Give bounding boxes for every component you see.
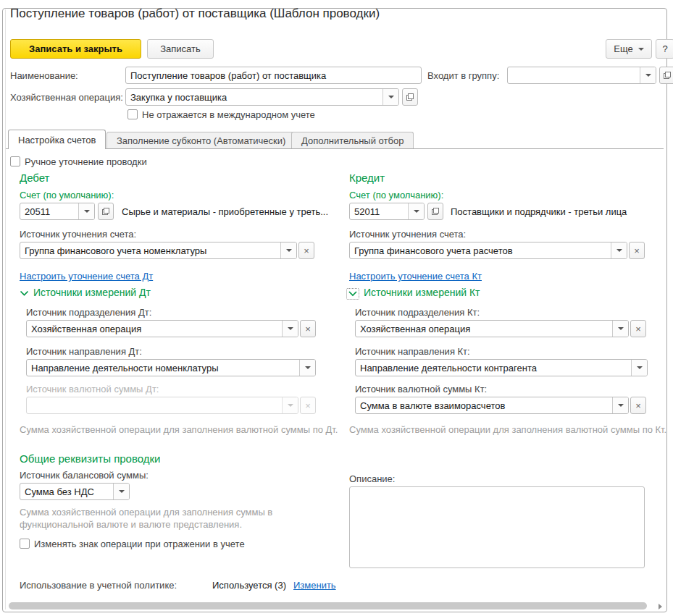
debit-division-input[interactable] (27, 321, 282, 337)
description-textarea[interactable] (349, 486, 645, 568)
chevron-down-icon (618, 404, 624, 407)
usage-label: Использование в учетной политике: (20, 580, 177, 591)
open-icon (663, 71, 672, 80)
debit-account-label: Счет (по умолчанию): (20, 190, 114, 201)
debit-direction-label: Источник направления Дт: (26, 346, 142, 357)
debit-account-dropdown-button[interactable] (78, 203, 94, 219)
balance-source-input[interactable] (20, 484, 113, 499)
operation-label: Хозяйственная операция: (10, 92, 123, 103)
chevron-down-icon (637, 366, 643, 369)
group-label: Входит в группу: (427, 70, 499, 81)
intl-accounting-checkbox[interactable] (128, 109, 138, 119)
debit-currency-input (27, 397, 282, 413)
credit-refine-source-input[interactable] (350, 242, 611, 258)
chevron-down-icon (286, 249, 292, 252)
tab-account-settings[interactable]: Настройка счетов (8, 130, 106, 149)
operation-dropdown-button[interactable] (383, 89, 398, 105)
save-and-close-button[interactable]: Записать и закрыть (10, 39, 141, 59)
clear-icon: × (635, 400, 641, 411)
name-input[interactable] (126, 67, 421, 83)
debit-refine-source-dropdown-button[interactable] (280, 242, 296, 258)
credit-division-input[interactable] (356, 321, 612, 337)
group-input[interactable] (508, 67, 640, 83)
credit-currency-clear-button[interactable]: × (630, 397, 646, 414)
tab-additional-filter[interactable]: Дополнительный отбор (291, 132, 414, 148)
credit-currency-dropdown-button[interactable] (612, 397, 628, 413)
debit-currency-clear-button: × (300, 397, 316, 414)
horizontal-scrollbar-thumb[interactable] (9, 602, 647, 609)
credit-dimensions-header[interactable]: Источники измерений Кт (364, 287, 480, 298)
group-open-button[interactable] (659, 67, 673, 84)
balance-source-label: Источник балансовой суммы: (20, 470, 149, 481)
credit-configure-link[interactable]: Настроить уточнение счета Кт (349, 271, 482, 282)
scrollbar-right-arrow[interactable] (659, 604, 662, 609)
credit-refine-source-clear-button[interactable]: × (629, 242, 645, 259)
left-inner-border (5, 9, 6, 609)
debit-division-dropdown-button[interactable] (282, 321, 298, 337)
debit-currency-hint: Сумма хозяйственной операции для заполне… (20, 424, 338, 435)
debit-currency-label: Источник валютной суммы Дт: (26, 384, 159, 395)
name-label: Наименование: (10, 70, 78, 81)
manual-posting-checkbox[interactable] (10, 156, 20, 166)
credit-dimensions-collapse-icon (348, 291, 357, 297)
credit-division-field (355, 320, 629, 337)
chevron-down-icon (119, 490, 125, 493)
debit-dimensions-header[interactable]: Источники измерений Дт (33, 287, 151, 298)
debit-account-field (20, 203, 95, 220)
debit-division-clear-button[interactable]: × (300, 320, 316, 337)
operation-field (125, 88, 399, 106)
chevron-down-icon (638, 48, 644, 51)
credit-refine-source-dropdown-button[interactable] (611, 242, 627, 258)
debit-configure-link[interactable]: Настроить уточнение счета Дт (20, 271, 153, 282)
credit-account-input[interactable] (350, 203, 408, 219)
debit-account-description: Сырье и материалы - приобретенные у трет… (122, 206, 328, 217)
chevron-down-icon (414, 210, 419, 213)
debit-direction-input[interactable] (27, 360, 299, 376)
credit-dimensions-collapse-button[interactable] (346, 288, 359, 300)
debit-dimensions-collapse-icon[interactable] (20, 290, 29, 297)
credit-division-label: Источник подразделения Кт: (355, 307, 480, 318)
intl-accounting-checkbox-label: Не отражается в международном учете (142, 109, 315, 120)
debit-header: Дебет (20, 172, 49, 184)
credit-direction-label: Источник направления Кт: (355, 346, 470, 357)
credit-direction-dropdown-button[interactable] (631, 360, 647, 376)
credit-division-clear-button[interactable]: × (630, 320, 646, 337)
chevron-down-icon (84, 210, 90, 213)
operation-input[interactable] (126, 89, 383, 105)
debit-currency-field (26, 397, 298, 414)
credit-division-dropdown-button[interactable] (612, 321, 628, 337)
credit-account-open-button[interactable] (427, 203, 443, 220)
clear-icon: × (635, 324, 641, 334)
save-button[interactable]: Записать (147, 39, 214, 59)
tab-subconto-filling[interactable]: Заполнение субконто (Автоматически) (106, 132, 296, 148)
invert-sign-checkbox[interactable] (20, 539, 30, 549)
clear-icon: × (305, 324, 311, 334)
debit-account-input[interactable] (20, 203, 78, 219)
clear-icon: × (634, 245, 640, 256)
more-button-label: Еще (614, 43, 632, 54)
debit-division-field (26, 320, 298, 337)
debit-refine-source-input[interactable] (20, 242, 280, 258)
credit-currency-hint: Сумма хозяйственной операции для заполне… (349, 424, 666, 435)
group-dropdown-button[interactable] (640, 67, 656, 83)
debit-direction-dropdown-button[interactable] (299, 360, 315, 376)
invert-sign-checkbox-label: Изменять знак операции при отражении в у… (34, 539, 245, 549)
operation-open-button[interactable] (402, 88, 418, 106)
help-button[interactable]: ? (656, 39, 673, 59)
credit-account-description: Поставщики и подрядчики - третьи лица (451, 206, 627, 217)
usage-change-link[interactable]: Изменить (293, 580, 336, 591)
debit-division-label: Источник подразделения Дт: (26, 307, 151, 318)
balance-source-field (20, 483, 130, 500)
more-button[interactable]: Еще (606, 39, 652, 59)
usage-value: Используется (3) (212, 580, 286, 591)
credit-direction-input[interactable] (356, 360, 631, 376)
balance-source-dropdown-button[interactable] (113, 484, 129, 499)
credit-currency-input[interactable] (356, 397, 612, 413)
open-icon (101, 207, 110, 216)
debit-account-open-button[interactable] (98, 203, 114, 220)
debit-direction-field (26, 359, 316, 376)
template-posting-form: { "title": "Поступление товаров (работ) … (0, 0, 673, 616)
credit-account-dropdown-button[interactable] (408, 203, 424, 219)
open-icon (406, 93, 414, 101)
debit-refine-source-clear-button[interactable]: × (298, 242, 314, 259)
